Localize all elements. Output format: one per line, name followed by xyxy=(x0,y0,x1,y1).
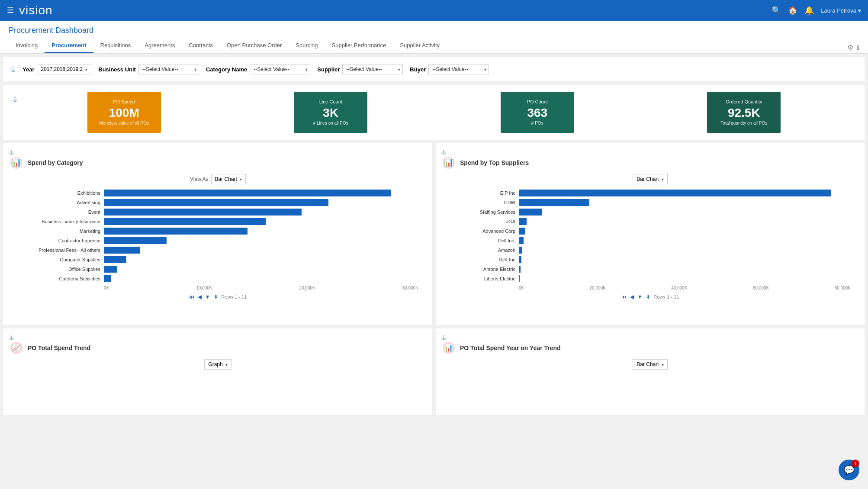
bar xyxy=(519,237,524,244)
bar-container xyxy=(104,218,418,225)
charts-row-1: ⚓ 📊 Spend by Category View As Bar Chart xyxy=(3,143,865,325)
po-trend-anchor-icon: ⚓ xyxy=(9,335,14,340)
po-yoy-trend-panel: ⚓ 📊 PO Total Spend Year on Year Trend Ba… xyxy=(436,328,865,415)
po-yoy-chevron-icon: ▾ xyxy=(662,362,664,367)
kpi-po-spend: PO Spend 100M Monetary value of all POs xyxy=(87,92,161,133)
bar xyxy=(519,209,542,216)
spend-category-view-dropdown[interactable]: Bar Chart ▾ xyxy=(211,174,246,184)
bar-container xyxy=(104,256,418,263)
table-row: JGA xyxy=(450,218,851,225)
table-row: Staffing Services xyxy=(450,209,851,216)
first-page-icon[interactable]: ⏮ xyxy=(189,294,194,300)
tab-open-purchase-order[interactable]: Open Purchase Order xyxy=(220,39,289,53)
category-name-filter: Category Name --Select Value-- ▾ xyxy=(206,64,310,74)
bar-label: Antone Electric xyxy=(450,267,519,272)
buyer-select[interactable]: --Select Value-- xyxy=(428,64,489,74)
kpi-anchor-icon: ⚓ xyxy=(12,97,17,102)
bar xyxy=(104,218,266,225)
svg-text:📈: 📈 xyxy=(12,344,21,352)
spend-category-chart: ExhibitionsAdvertisingEventBusiness Liab… xyxy=(9,190,427,282)
tab-invoicing[interactable]: Invoicing xyxy=(9,39,45,53)
business-unit-select[interactable]: --Select Value-- xyxy=(138,64,199,74)
tab-supplier-performance[interactable]: Supplier Performance xyxy=(325,39,393,53)
po-trend-header: 📈 PO Total Spend Trend xyxy=(9,340,427,356)
table-row: Dell Inc. xyxy=(450,237,851,244)
bar-container xyxy=(519,266,851,273)
po-trend-icon: 📈 xyxy=(9,340,24,356)
kpi-po-count-value: 363 xyxy=(527,106,547,120)
spend-suppliers-icon: 📊 xyxy=(441,155,457,171)
supplier-filter: Supplier --Select Value-- ▾ xyxy=(317,64,403,74)
bar-container xyxy=(519,237,851,244)
suppliers-prev-page-icon[interactable]: ◀ xyxy=(630,294,634,300)
kpi-ordered-quantity-value: 92.5K xyxy=(728,106,760,120)
suppliers-download-icon[interactable]: ⬇ xyxy=(646,294,650,300)
filter-section: ⚓ Year 2017;2018;2019:2 ▾ Business Unit … xyxy=(3,57,865,81)
user-name: Laura Petrova xyxy=(821,7,856,14)
tab-procurement[interactable]: Procurement xyxy=(45,39,93,53)
settings-icon[interactable]: ⚙ xyxy=(847,43,853,51)
spend-suppliers-view-control: Bar Chart ▾ xyxy=(441,174,859,184)
table-row: Office Supplies xyxy=(17,266,418,273)
category-name-wrapper: --Select Value-- ▾ xyxy=(250,64,310,74)
bar xyxy=(104,275,111,282)
menu-icon[interactable]: ☰ xyxy=(7,6,14,15)
tab-bar: Invoicing Procurement Requisitions Agree… xyxy=(0,39,868,54)
tab-agreements[interactable]: Agreements xyxy=(138,39,182,53)
po-trend-view-dropdown[interactable]: Graph ▾ xyxy=(204,359,231,370)
table-row: Advertising xyxy=(17,199,418,206)
prev-page-icon[interactable]: ◀ xyxy=(198,294,202,300)
kpi-line-count-sublabel: # Lines on all POs xyxy=(313,121,348,125)
table-row: Advanced Corp xyxy=(450,228,851,235)
user-menu[interactable]: Laura Petrova ▾ xyxy=(821,7,861,14)
bar xyxy=(519,228,525,235)
spend-category-view-control: View As Bar Chart ▾ xyxy=(9,174,427,184)
year-chevron-icon: ▾ xyxy=(85,67,87,72)
business-unit-label: Business Unit xyxy=(98,66,136,73)
download-icon[interactable]: ⬇ xyxy=(214,294,218,300)
header: ☰ vision 🔍 🏠 🔔 Laura Petrova ▾ xyxy=(0,0,868,21)
bar-label: Exhibitions xyxy=(17,190,104,196)
supplier-wrapper: --Select Value-- ▾ xyxy=(342,64,403,74)
kpi-po-spend-sublabel: Monetary value of all POs xyxy=(100,121,149,125)
suppliers-first-page-icon[interactable]: ⏮ xyxy=(621,294,627,300)
app-logo: vision xyxy=(19,3,772,17)
spend-category-chevron-icon: ▾ xyxy=(240,177,242,182)
bar-container xyxy=(104,209,418,216)
bar-label: Advertising xyxy=(17,200,104,205)
supplier-select[interactable]: --Select Value-- xyxy=(342,64,403,74)
spend-suppliers-view-dropdown[interactable]: Bar Chart ▾ xyxy=(633,174,667,184)
search-icon[interactable]: 🔍 xyxy=(772,6,781,15)
bar-label: Contractor Expense xyxy=(17,238,104,243)
bar xyxy=(104,190,391,196)
tab-sourcing[interactable]: Sourcing xyxy=(289,39,325,53)
bar-label: RJK Inc xyxy=(450,257,519,262)
info-icon[interactable]: ℹ xyxy=(857,43,859,51)
category-name-label: Category Name xyxy=(206,66,247,73)
bar-container xyxy=(104,266,418,273)
year-dropdown[interactable]: 2017;2018;2019:2 ▾ xyxy=(37,64,91,74)
next-page-icon[interactable]: ▼ xyxy=(205,294,210,300)
category-x-axis: 0K10,000K20,000K30,000K xyxy=(9,285,427,290)
tab-requisitions[interactable]: Requisitions xyxy=(93,39,138,53)
tab-contracts[interactable]: Contracts xyxy=(182,39,220,53)
bar-label: Office Supplies xyxy=(17,267,104,272)
bar xyxy=(104,237,167,244)
bar xyxy=(519,266,521,273)
buyer-filter: Buyer --Select Value-- ▾ xyxy=(410,64,489,74)
business-unit-wrapper: --Select Value-- ▾ xyxy=(138,64,199,74)
home-icon[interactable]: 🏠 xyxy=(788,6,797,15)
po-yoy-view-dropdown[interactable]: Bar Chart ▾ xyxy=(633,359,667,370)
po-yoy-header: 📊 PO Total Spend Year on Year Trend xyxy=(441,340,859,356)
notification-icon[interactable]: 🔔 xyxy=(804,6,814,15)
suppliers-next-page-icon[interactable]: ▼ xyxy=(637,294,643,300)
table-row: Amazon xyxy=(450,247,851,254)
svg-text:📊: 📊 xyxy=(444,344,453,352)
bar xyxy=(104,199,328,206)
bar xyxy=(104,266,117,273)
bar-container xyxy=(104,190,418,196)
tab-supplier-activity[interactable]: Supplier Activity xyxy=(393,39,447,53)
bar-label: Cafeteria Subsidies xyxy=(17,276,104,281)
category-name-select[interactable]: --Select Value-- xyxy=(250,64,310,74)
kpi-ordered-quantity-sublabel: Total quantity on all POs xyxy=(720,121,767,125)
